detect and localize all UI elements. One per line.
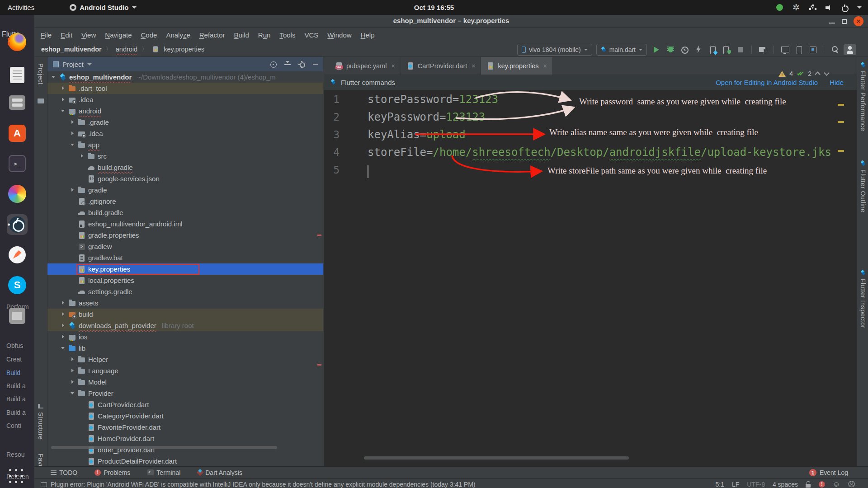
minimize-button[interactable] xyxy=(829,23,835,23)
error-circle-icon[interactable]: ! xyxy=(819,481,825,488)
tree-row[interactable]: eshop_multivendor~/Downloads/eshop_multi… xyxy=(47,71,323,83)
open-for-editing-link[interactable]: Open for Editing in Android Studio xyxy=(716,79,818,86)
tree-row[interactable]: Language xyxy=(47,365,323,376)
chevron-right-icon[interactable] xyxy=(70,184,75,196)
chevron-down-icon[interactable] xyxy=(61,343,66,354)
tree-row[interactable]: .idea xyxy=(47,128,323,139)
menu-window[interactable]: Window xyxy=(323,31,356,39)
settings-gear-icon[interactable] xyxy=(298,61,305,68)
asterisk-app-icon[interactable]: ✲ xyxy=(793,5,800,10)
tool-tab-flutter-performance[interactable]: Flutter Performance xyxy=(857,62,868,131)
breadcrumb-item[interactable]: eshop_multivendor xyxy=(41,46,102,53)
chevron-right-icon[interactable] xyxy=(70,117,75,128)
tool-tab-structure[interactable]: Structure xyxy=(37,412,44,440)
show-applications-icon[interactable] xyxy=(9,469,25,485)
hide-panel-icon[interactable] xyxy=(313,64,318,65)
dock-item-terminal[interactable]: >_ xyxy=(7,153,28,174)
tree-row[interactable]: gradle.properties xyxy=(47,230,323,241)
chevron-down-icon[interactable] xyxy=(61,105,66,117)
tree-row[interactable]: Helper xyxy=(47,354,323,365)
dock-item-file-manager[interactable] xyxy=(7,92,28,113)
tree-row[interactable]: .gitignore xyxy=(47,196,323,207)
hide-link[interactable]: Hide xyxy=(830,79,844,86)
tree-row[interactable]: src xyxy=(47,150,323,162)
tree-row[interactable]: eshop_multivendor_android.iml xyxy=(47,218,323,230)
run-config-selector[interactable]: main.dart xyxy=(596,44,647,56)
tree-row[interactable]: lib xyxy=(47,343,323,354)
tool-window-button-todo[interactable]: TODO xyxy=(51,469,77,476)
close-tab-icon[interactable]: × xyxy=(472,62,475,70)
tree-row[interactable]: HomeProvider.dart xyxy=(47,433,323,444)
tool-window-button-dart-analysis[interactable]: Dart Analysis xyxy=(198,469,242,476)
dock-item-skype[interactable]: S xyxy=(7,275,28,296)
close-tab-icon[interactable]: × xyxy=(543,62,547,70)
layout-inspector-icon[interactable] xyxy=(779,44,790,55)
device-manager-icon[interactable] xyxy=(757,44,768,55)
tree-row[interactable]: gradle xyxy=(47,184,323,196)
code-line[interactable]: 2keyPassword=123123 xyxy=(324,108,857,126)
profile-icon[interactable] xyxy=(679,44,690,55)
breadcrumb[interactable]: eshop_multivendor〉android〉key.properties xyxy=(34,45,204,53)
dock-item-marker-pen[interactable] xyxy=(7,244,28,265)
status-message[interactable]: Plugin error: Plugin 'Android WiFi ADB' … xyxy=(51,481,476,488)
tree-row[interactable]: Model xyxy=(47,376,323,388)
menu-view[interactable]: View xyxy=(77,31,100,39)
flutter-attach-icon[interactable] xyxy=(707,44,718,55)
file-encoding[interactable]: UTF-8 xyxy=(747,481,765,488)
tree-row[interactable]: CategoryProvider.dart xyxy=(47,410,323,422)
event-log-button[interactable]: 1Event Log xyxy=(809,469,848,476)
tree-row[interactable]: downloads_path_providerlibrary root xyxy=(47,320,323,331)
locate-icon[interactable] xyxy=(270,61,277,68)
chevron-right-icon[interactable] xyxy=(61,320,66,331)
tree-row[interactable]: google-services.json xyxy=(47,173,323,184)
tree-row[interactable]: ios xyxy=(47,331,323,343)
menu-build[interactable]: Build xyxy=(229,31,253,39)
attach-debugger-icon[interactable] xyxy=(721,44,732,55)
chevron-down-icon[interactable] xyxy=(70,139,75,150)
dock-item-android-studio[interactable] xyxy=(7,214,28,235)
lock-icon[interactable] xyxy=(806,481,811,488)
inspection-widget[interactable]: 4 ✔✔ 2 xyxy=(778,70,830,78)
tree-row[interactable]: build xyxy=(47,309,323,320)
chevron-right-icon[interactable] xyxy=(61,83,66,94)
device-file-explorer-icon[interactable] xyxy=(793,44,804,55)
menu-run[interactable]: Run xyxy=(254,31,275,39)
editor-tab-CartProvider.dart[interactable]: CartProvider.dart× xyxy=(401,57,481,75)
menu-edit[interactable]: Edit xyxy=(56,31,77,39)
stop-icon[interactable] xyxy=(735,44,746,55)
tree-row[interactable]: Provider xyxy=(47,388,323,399)
caret-position[interactable]: 5:1 xyxy=(715,481,724,488)
close-tab-icon[interactable]: × xyxy=(391,62,395,70)
dock-item-image-viewer[interactable] xyxy=(7,305,28,326)
tree-row[interactable]: .dart_tool xyxy=(47,83,323,94)
tree-row[interactable]: build.gradle xyxy=(47,207,323,218)
clock[interactable]: Oct 19 16:55 xyxy=(0,4,868,11)
tree-row[interactable]: gradlew xyxy=(47,241,323,252)
tool-tab-project[interactable]: Project xyxy=(37,63,44,84)
chevron-right-icon[interactable] xyxy=(70,365,75,376)
tool-tab-flutter-inspector[interactable]: Flutter Inspector xyxy=(857,270,868,328)
editor-tab-pubspec.yaml[interactable]: pubspec.yaml× xyxy=(330,57,401,75)
tree-row[interactable]: ProductDetailProvider.dart xyxy=(47,455,323,466)
tree-row[interactable]: android xyxy=(47,105,323,117)
resource-manager-icon[interactable] xyxy=(807,44,818,55)
line-separator[interactable]: LF xyxy=(732,481,739,488)
chevron-right-icon[interactable] xyxy=(61,331,66,343)
menu-analyze[interactable]: Analyze xyxy=(161,31,194,39)
menu-help[interactable]: Help xyxy=(356,31,379,39)
search-icon[interactable] xyxy=(830,44,840,55)
menu-refactor[interactable]: Refactor xyxy=(195,31,230,39)
menu-code[interactable]: Code xyxy=(137,31,162,39)
menu-tools[interactable]: Tools xyxy=(275,31,300,39)
code-editor[interactable]: 1storePassword=1231232keyPassword=123123… xyxy=(324,90,857,466)
editor-tab-key.properties[interactable]: key.properties× xyxy=(481,57,552,75)
editor-horizontal-scrollbar[interactable] xyxy=(364,456,629,460)
tool-window-button-terminal[interactable]: >Terminal xyxy=(147,469,180,476)
tool-tab-flutter-outline[interactable]: Flutter Outline xyxy=(857,161,868,212)
chevron-right-icon[interactable] xyxy=(61,94,66,105)
chevron-right-icon[interactable] xyxy=(70,128,75,139)
chevron-right-icon[interactable] xyxy=(70,354,75,365)
debug-icon[interactable] xyxy=(665,44,676,55)
caret-down-icon[interactable] xyxy=(857,6,862,9)
dock-item-ubuntu-software[interactable]: A xyxy=(7,123,28,144)
